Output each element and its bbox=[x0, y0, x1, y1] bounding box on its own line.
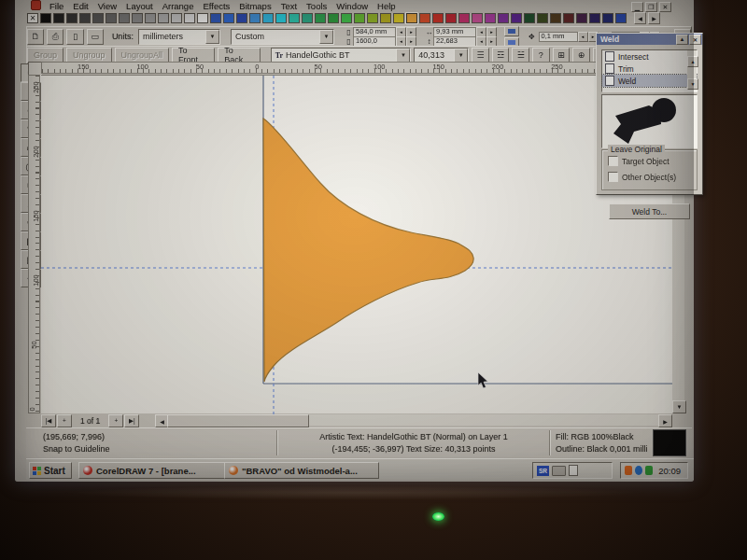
palette-swatch[interactable] bbox=[511, 13, 522, 23]
menu-edit[interactable]: Edit bbox=[68, 1, 92, 11]
palette-swatch[interactable] bbox=[275, 13, 287, 23]
format-text-icon[interactable]: ☲ bbox=[492, 48, 510, 63]
scroll-down-icon[interactable]: ▼ bbox=[672, 400, 686, 413]
palette-swatch[interactable] bbox=[79, 13, 91, 23]
palette-swatch[interactable] bbox=[498, 13, 509, 23]
palette-swatch[interactable] bbox=[197, 13, 208, 23]
target-object-option[interactable]: Target Object bbox=[608, 156, 697, 166]
palette-swatch[interactable] bbox=[615, 13, 627, 23]
add-page-before-button[interactable]: + bbox=[57, 414, 72, 427]
palette-scroll-right-icon[interactable]: ▶ bbox=[648, 12, 660, 24]
palette-swatch[interactable] bbox=[550, 13, 561, 23]
last-page-button[interactable]: ▶| bbox=[124, 414, 139, 427]
nudge-v-field[interactable]: ↕ 22,683 ◂▸ bbox=[425, 37, 497, 46]
palette-swatch[interactable] bbox=[223, 13, 234, 23]
close-icon[interactable]: ✕ bbox=[689, 35, 701, 45]
menu-help[interactable]: Help bbox=[373, 1, 401, 11]
dialog-button-2[interactable]: ⊕ bbox=[572, 48, 590, 63]
add-page-after-button[interactable]: + bbox=[108, 414, 123, 427]
spin-right-icon[interactable]: ▸ bbox=[486, 36, 497, 47]
ungroup-all-button[interactable]: UngroupAll bbox=[115, 48, 170, 63]
palette-swatch[interactable] bbox=[145, 13, 156, 23]
palette-swatch[interactable] bbox=[354, 13, 365, 23]
tray-icon-blue[interactable] bbox=[635, 466, 642, 475]
to-back-button[interactable]: To Back bbox=[218, 48, 260, 63]
spin-left-icon[interactable]: ◂ bbox=[578, 32, 588, 42]
scroll-right-icon[interactable]: ▶ bbox=[658, 414, 672, 427]
font-select[interactable]: Tr HandelGothic BT ▼ bbox=[271, 48, 412, 63]
palette-swatch[interactable] bbox=[328, 13, 339, 23]
weld-to-button[interactable]: Weld To... bbox=[609, 203, 690, 219]
tray-icon-orange[interactable] bbox=[625, 466, 632, 475]
ungroup-button[interactable]: Ungroup bbox=[66, 48, 112, 63]
group-button[interactable]: Group bbox=[27, 48, 63, 63]
palette-swatch[interactable] bbox=[289, 13, 300, 23]
palette-swatch[interactable] bbox=[432, 13, 444, 23]
palette-swatch[interactable] bbox=[66, 13, 78, 23]
menu-text[interactable]: Text bbox=[276, 1, 302, 11]
palette-swatch[interactable] bbox=[563, 13, 574, 23]
spin-right-icon[interactable]: ▸ bbox=[406, 36, 416, 47]
palette-swatch[interactable] bbox=[132, 13, 143, 23]
document-tray-icon[interactable] bbox=[569, 465, 578, 476]
to-front-button[interactable]: To Front bbox=[172, 48, 215, 63]
landscape-page-button[interactable]: ▭ bbox=[87, 29, 104, 45]
language-indicator[interactable]: SR bbox=[537, 466, 549, 476]
weld-docker-titlebar[interactable]: Weld ▲ ✕ bbox=[597, 34, 702, 45]
palette-swatch[interactable] bbox=[249, 13, 261, 23]
palette-swatch[interactable] bbox=[106, 13, 117, 23]
palette-swatch[interactable] bbox=[184, 13, 195, 23]
weld-mode-weld[interactable]: Weld bbox=[602, 75, 697, 87]
tray-icon-green[interactable] bbox=[645, 466, 653, 475]
task-coreldraw[interactable]: CorelDRAW 7 - [brane... bbox=[78, 462, 228, 479]
scroll-up-icon[interactable]: ▲ bbox=[687, 56, 698, 67]
printer-icon[interactable] bbox=[552, 466, 566, 476]
other-objects-checkbox[interactable] bbox=[608, 172, 618, 182]
duplicate-distance-field[interactable]: 0,1 mm ◂▸ bbox=[539, 33, 599, 41]
target-object-checkbox[interactable] bbox=[608, 156, 618, 166]
palette-swatch[interactable] bbox=[236, 13, 247, 23]
palette-swatch[interactable] bbox=[158, 13, 169, 23]
palette-swatch[interactable] bbox=[92, 13, 104, 23]
chevron-down-icon[interactable]: ▼ bbox=[454, 49, 468, 63]
palette-swatch[interactable] bbox=[40, 13, 51, 23]
edit-text-icon[interactable]: ☱ bbox=[512, 48, 529, 63]
palette-swatch[interactable] bbox=[458, 13, 470, 23]
page-height-field[interactable]: ▯ 1600,0 ◂▸ bbox=[345, 37, 416, 46]
palette-swatch[interactable] bbox=[576, 13, 587, 23]
no-fill-swatch[interactable]: ✕ bbox=[27, 13, 38, 23]
menu-layout[interactable]: Layout bbox=[121, 1, 158, 11]
palette-swatch[interactable] bbox=[524, 13, 535, 23]
align-left-icon[interactable]: ☰ bbox=[472, 48, 489, 63]
snap-grid-button[interactable] bbox=[504, 26, 519, 36]
palette-swatch[interactable] bbox=[602, 13, 613, 23]
menu-arrange[interactable]: Arrange bbox=[158, 1, 199, 11]
palette-scroll-left-icon[interactable]: ◀ bbox=[634, 12, 646, 24]
drawing-canvas[interactable] bbox=[41, 75, 672, 413]
scroll-down-icon[interactable]: ▼ bbox=[687, 78, 698, 90]
paper-style-select[interactable]: Custom ▼ bbox=[231, 29, 334, 45]
font-size-select[interactable]: 40,313 ▼ bbox=[414, 48, 469, 63]
palette-swatch[interactable] bbox=[262, 13, 274, 23]
close-button[interactable]: ✕ bbox=[659, 2, 671, 12]
chevron-down-icon[interactable]: ▼ bbox=[396, 49, 410, 63]
palette-swatch[interactable] bbox=[210, 13, 221, 23]
menu-file[interactable]: File bbox=[45, 1, 68, 11]
palette-swatch[interactable] bbox=[53, 13, 64, 23]
page-width-field[interactable]: ▯ 584,0 mm ◂▸ bbox=[345, 28, 416, 36]
palette-swatch[interactable] bbox=[367, 13, 378, 23]
weld-mode-trim[interactable]: Trim bbox=[602, 63, 697, 75]
palette-swatch[interactable] bbox=[380, 13, 391, 23]
restore-button[interactable]: ❐ bbox=[645, 2, 657, 12]
menu-effects[interactable]: Effects bbox=[198, 1, 234, 11]
print-button[interactable]: ⎙ bbox=[47, 29, 63, 45]
first-page-button[interactable]: |◀ bbox=[41, 414, 56, 427]
palette-swatch[interactable] bbox=[589, 13, 600, 23]
minimize-button[interactable]: ▁ bbox=[631, 2, 643, 12]
palette-swatch[interactable] bbox=[419, 13, 430, 23]
palette-swatch[interactable] bbox=[119, 13, 130, 23]
palette-swatch[interactable] bbox=[302, 13, 313, 23]
horizontal-scrollbar[interactable]: ◀ ▶ bbox=[155, 414, 672, 426]
weld-mode-intersect[interactable]: Intersect bbox=[602, 50, 697, 63]
units-select[interactable]: millimeters ▼ bbox=[138, 29, 220, 45]
